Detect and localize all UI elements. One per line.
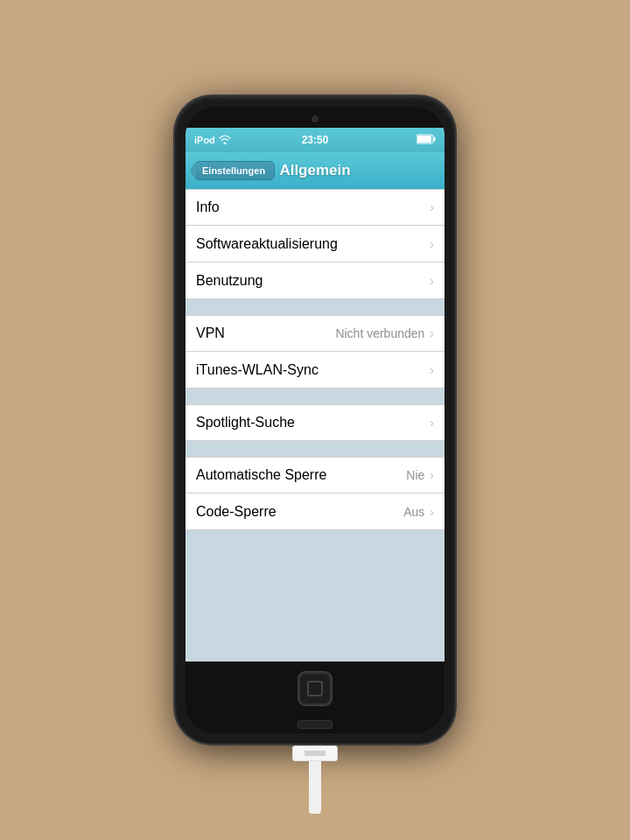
itunes-label: iTunes-WLAN-Sync bbox=[196, 362, 430, 378]
svg-rect-2 bbox=[417, 136, 431, 143]
cable-connector bbox=[292, 746, 338, 761]
back-button[interactable]: Einstellungen bbox=[194, 161, 275, 180]
section-3: Spotlight-Suche › bbox=[186, 404, 444, 441]
auto-sperre-chevron: › bbox=[430, 468, 434, 482]
code-sperre-label: Code-Sperre bbox=[196, 504, 403, 520]
connector-port bbox=[298, 720, 332, 729]
device: iPod 23:50 bbox=[175, 96, 455, 744]
list-item-code-sperre[interactable]: Code-Sperre Aus › bbox=[186, 494, 444, 530]
benutzung-chevron: › bbox=[430, 274, 434, 288]
itunes-chevron: › bbox=[430, 363, 434, 377]
auto-sperre-value: Nie bbox=[406, 468, 424, 482]
content-area: Info › Softwareaktualisierung › Benutzun… bbox=[186, 189, 444, 662]
section-gap-4 bbox=[186, 530, 444, 546]
top-area bbox=[186, 107, 444, 128]
list-item-software[interactable]: Softwareaktualisierung › bbox=[186, 226, 444, 262]
nav-bar: Einstellungen Allgemein bbox=[186, 152, 444, 189]
list-item-spotlight[interactable]: Spotlight-Suche › bbox=[186, 404, 444, 441]
info-label: Info bbox=[196, 200, 430, 215]
list-item-itunes[interactable]: iTunes-WLAN-Sync › bbox=[186, 352, 444, 388]
list-item-vpn[interactable]: VPN Nicht verbunden › bbox=[186, 315, 444, 352]
cable bbox=[292, 746, 338, 814]
cable-port bbox=[304, 751, 326, 756]
vpn-value: Nicht verbunden bbox=[335, 326, 424, 340]
benutzung-label: Benutzung bbox=[196, 273, 430, 289]
back-button-label: Einstellungen bbox=[202, 165, 265, 176]
auto-sperre-label: Automatische Sperre bbox=[196, 467, 406, 483]
battery-indicator bbox=[416, 134, 436, 146]
svg-rect-1 bbox=[434, 137, 436, 142]
connector-area bbox=[186, 716, 444, 733]
nav-title: Allgemein bbox=[279, 162, 350, 179]
section-gap-2 bbox=[186, 388, 444, 404]
spotlight-chevron: › bbox=[430, 416, 434, 430]
wifi-icon bbox=[219, 135, 231, 146]
list-item-auto-sperre[interactable]: Automatische Sperre Nie › bbox=[186, 457, 444, 494]
code-sperre-value: Aus bbox=[403, 505, 424, 519]
status-bar: iPod 23:50 bbox=[186, 128, 444, 152]
home-button-inner bbox=[307, 681, 323, 696]
section-gap-1 bbox=[186, 299, 444, 315]
list-item-benutzung[interactable]: Benutzung › bbox=[186, 262, 444, 299]
front-camera bbox=[312, 116, 318, 122]
cable-wire bbox=[309, 761, 321, 814]
section-gap-3 bbox=[186, 441, 444, 457]
vpn-chevron: › bbox=[430, 326, 434, 340]
software-label: Softwareaktualisierung bbox=[196, 236, 430, 252]
list-item-info[interactable]: Info › bbox=[186, 189, 444, 226]
vpn-label: VPN bbox=[196, 326, 335, 341]
code-sperre-chevron: › bbox=[430, 505, 434, 519]
section-1: Info › Softwareaktualisierung › Benutzun… bbox=[186, 189, 444, 299]
section-4: Automatische Sperre Nie › Code-Sperre Au… bbox=[186, 457, 444, 530]
info-chevron: › bbox=[430, 200, 434, 214]
section-2: VPN Nicht verbunden › iTunes-WLAN-Sync › bbox=[186, 315, 444, 388]
device-inner: iPod 23:50 bbox=[186, 107, 444, 733]
screen: iPod 23:50 bbox=[186, 128, 444, 662]
status-time: 23:50 bbox=[302, 134, 329, 146]
home-area bbox=[186, 662, 444, 716]
home-button[interactable] bbox=[298, 672, 332, 705]
carrier-label: iPod bbox=[194, 135, 215, 145]
status-left: iPod bbox=[194, 135, 231, 146]
software-chevron: › bbox=[430, 237, 434, 251]
spotlight-label: Spotlight-Suche bbox=[196, 415, 430, 430]
